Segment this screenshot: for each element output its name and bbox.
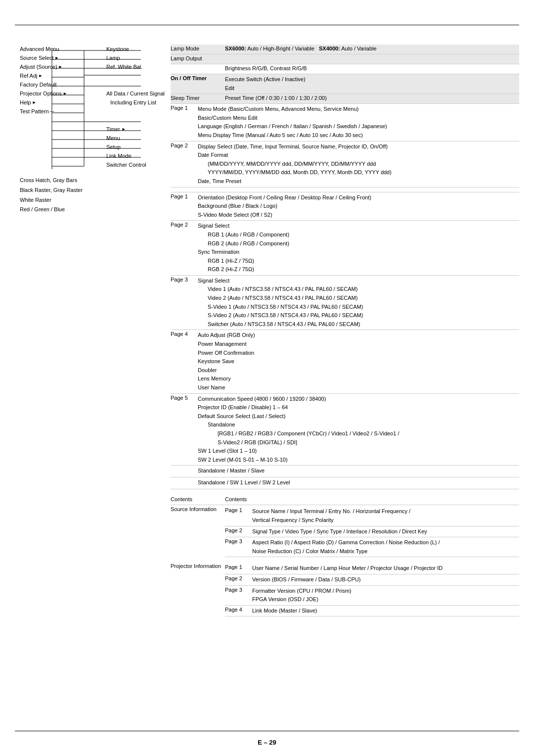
proj-page1: Page 1 User Name / Serial Number / Lamp …	[225, 563, 519, 574]
source-info-pages: Page 1 Source Name / Input Terminal / En…	[225, 506, 519, 557]
entry-list-label: Including Entry List	[110, 99, 156, 105]
setup-page4-row: Page 4 Auto Adjust (RGB Only) Power Mana…	[171, 330, 519, 393]
menu-item-factory-default: Factory Default	[20, 80, 106, 89]
projector-options-arrow: ►	[63, 91, 67, 96]
source-p1-label: Page 1	[225, 507, 252, 524]
adjust-label: Adjust (Source)	[20, 64, 57, 70]
test-pattern-item-4: Red / Green / Blue	[20, 205, 83, 215]
source-p2-label: Page 2	[225, 527, 252, 536]
gap2	[171, 489, 519, 495]
contents-label: Contents	[171, 496, 192, 502]
setup-page2-content: Signal Select RGB 1 (Auto / RGB / Compon…	[198, 222, 519, 274]
setup-page1-row: Page 1 Orientation (Desktop Front / Ceil…	[171, 192, 519, 221]
brightness-label-cell	[171, 65, 225, 73]
setup-page3-row: Page 3 Signal Select Video 1 (Auto / NTS…	[171, 276, 519, 331]
page-number: E – 29	[258, 739, 276, 746]
switcher-label: Switcher Control	[106, 162, 146, 168]
test-pattern-item-2: Black Raster, Gray Raster	[20, 186, 83, 195]
proj-page3: Page 3 Formatter Version (CPU / PROM / P…	[225, 586, 519, 606]
middle-entry-list: Including Entry List	[106, 98, 171, 107]
middle-setup: Setup	[106, 142, 171, 151]
proj-page2: Page 2 Version (BIOS / Firmware / Data /…	[225, 574, 519, 586]
lamp-mode-label-cell: Lamp Mode	[171, 46, 225, 53]
lamp-output-label: Lamp Output	[171, 55, 202, 61]
source-page1: Page 1 Source Name / Input Terminal / En…	[225, 506, 519, 526]
menu-page1-content: Menu Mode (Basic/Custom Menu, Advanced M…	[198, 105, 519, 140]
on-off-timer-label: On / Off Timer	[171, 75, 207, 81]
contents-value-cell: Contents	[225, 496, 519, 504]
source-p3-content: Aspect Ratio (I) / Aspect Ratio (D) / Ga…	[252, 538, 519, 556]
switcher-value: Standalone / SW 1 Level / SW 2 Level	[198, 479, 519, 487]
gap3	[171, 558, 519, 562]
lamp-output-label-cell: Lamp Output	[171, 55, 225, 63]
proj-p1-label: Page 1	[225, 564, 252, 573]
source-p2-content: Signal Type / Video Type / Sync Type / I…	[252, 527, 519, 536]
menu-page2-label: Page 2	[171, 142, 198, 186]
projector-options-label: Projector Options	[20, 91, 62, 96]
test-pattern-item-3: White Raster	[20, 195, 83, 205]
middle-switcher: Switcher Control	[106, 160, 171, 169]
middle-link-mode: Link Mode	[106, 151, 171, 160]
on-off-timer-value: Execute Switch (Active / Inactive) Edit	[225, 75, 519, 93]
middle-timer: Timer ►	[106, 125, 171, 134]
menu-page2-row: Page 2 Display Select (Date, Time, Input…	[171, 142, 519, 188]
menu-page1-row: Page 1 Menu Mode (Basic/Custom Menu, Adv…	[171, 104, 519, 141]
lamp-mode-label: Lamp Mode	[171, 46, 199, 51]
menu-item-help: Help ►	[20, 98, 106, 107]
source-page2: Page 2 Signal Type / Video Type / Sync T…	[225, 526, 519, 538]
source-select-label: Source Select	[20, 55, 53, 61]
setup-page1-label: Page 1	[171, 193, 198, 220]
spacer3	[106, 107, 171, 116]
menu-page2-content: Display Select (Date, Time, Input Termin…	[198, 142, 519, 186]
menu-item-adjust: Adjust (Source) ►	[20, 62, 106, 71]
timer-arrow: ►	[122, 127, 126, 132]
menu-page1-label: Page 1	[171, 105, 198, 140]
setup-label: Setup	[106, 144, 121, 150]
source-p1-content: Source Name / Input Terminal / Entry No.…	[252, 507, 519, 524]
spacer2	[106, 80, 171, 89]
test-pattern-items: Cross Hatch, Gray Bars Black Raster, Gra…	[20, 176, 83, 215]
spacer4	[106, 116, 171, 125]
projector-info-label-cell: Projector Information	[171, 563, 225, 616]
proj-p3-label: Page 3	[225, 587, 252, 604]
middle-ref-white: Ref. White Bal.	[106, 62, 171, 71]
setup-page5-content: Communication Speed (4800 / 9600 / 19200…	[198, 395, 519, 465]
contents-label-cell: Contents	[171, 496, 225, 504]
proj-p2-label: Page 2	[225, 575, 252, 584]
factory-default-label: Factory Default	[20, 82, 57, 88]
timer-label: Timer	[106, 126, 120, 132]
lamp-mode-value: SX6000: Auto / High-Bright / Variable SX…	[225, 46, 519, 53]
test-pattern-dash: —	[50, 109, 54, 114]
setup-page5-label: Page 5	[171, 395, 198, 465]
link-mode-spacer	[171, 468, 198, 475]
proj-p2-content: Version (BIOS / Firmware / Data / SUB-CP…	[252, 575, 519, 584]
source-p3-label: Page 3	[225, 538, 252, 556]
menu-item-advanced: Advanced Menu	[20, 45, 106, 53]
keystone-label: Keystone	[106, 46, 129, 52]
on-off-timer-row: On / Off Timer Execute Switch (Active / …	[171, 74, 519, 94]
menu-item-source-select: Source Select ►	[20, 53, 106, 62]
sleep-timer-label: Sleep Timer	[171, 95, 200, 101]
middle-lamp: Lamp	[106, 53, 171, 62]
advanced-menu-label: Advanced Menu	[20, 46, 59, 52]
brightness-row: Brightness R/G/B, Contrast R/G/B	[171, 64, 519, 74]
ref-adj-arrow: ►	[38, 73, 43, 78]
middle-menu: Keystone Lamp Ref. White Bal. All Data /…	[106, 45, 171, 169]
contents-row: Contents Contents	[171, 495, 519, 505]
setup-page1-content: Orientation (Desktop Front / Ceiling Rea…	[198, 193, 519, 220]
projector-info-label: Projector Information	[171, 563, 221, 569]
menu-item-test-pattern: Test Pattern —	[20, 107, 106, 116]
test-pattern-label: Test Pattern	[20, 108, 49, 114]
proj-p4-label: Page 4	[225, 607, 252, 615]
link-mode-label: Link Mode	[106, 153, 132, 159]
projector-info-pages: Page 1 User Name / Serial Number / Lamp …	[225, 563, 519, 616]
lamp-output-row: Lamp Output	[171, 54, 519, 64]
middle-keystone: Keystone	[106, 45, 171, 53]
contents-value: Contents	[225, 496, 247, 502]
brightness-value: Brightness R/G/B, Contrast R/G/B	[225, 65, 519, 73]
setup-page4-label: Page 4	[171, 331, 198, 392]
proj-p1-content: User Name / Serial Number / Lamp Hour Me…	[252, 564, 519, 573]
sleep-timer-value: Preset Time (Off / 0:30 / 1:00 / 1:30 / …	[225, 95, 519, 102]
projector-info-section: Projector Information Page 1 User Name /…	[171, 562, 519, 617]
proj-page4: Page 4 Link Mode (Master / Slave)	[225, 606, 519, 617]
